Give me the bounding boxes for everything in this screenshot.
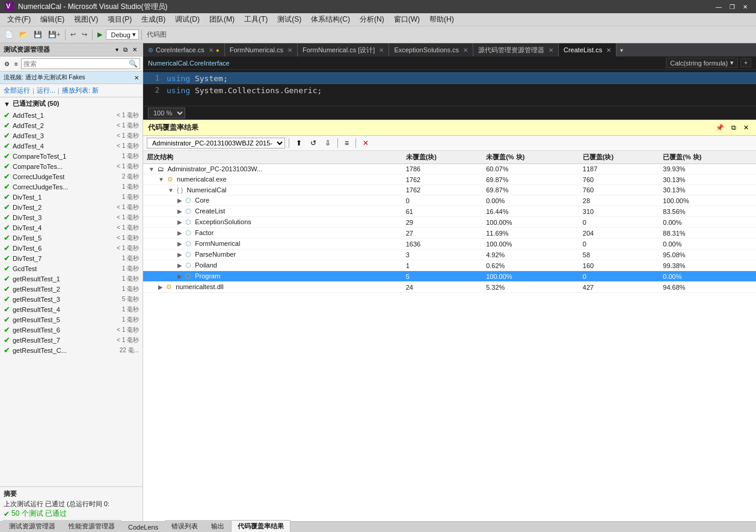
list-item[interactable]: ✔AddTest_4< 1 毫秒	[0, 141, 143, 151]
list-item[interactable]: ✔DivTest_4< 1 毫秒	[0, 222, 143, 233]
tab-test-explorer[interactable]: 测试资源管理器	[2, 520, 62, 532]
menu-analyze[interactable]: 分析(N)	[355, 13, 389, 26]
coverage-filter-button[interactable]: ≡	[342, 138, 352, 148]
list-item[interactable]: ✔getResultTest_6< 1 毫秒	[0, 325, 143, 335]
expand-icon[interactable]: ▼	[158, 176, 164, 183]
list-item[interactable]: ✔getResultTest_C...22 毫...	[0, 345, 143, 355]
tab-codelens[interactable]: CodeLens	[121, 522, 165, 532]
expand-icon[interactable]: ▼	[149, 166, 155, 173]
tab-close-icon[interactable]: ✕	[209, 47, 214, 54]
save-button[interactable]: 💾	[31, 29, 45, 40]
menu-project[interactable]: 项目(P)	[103, 13, 137, 26]
table-row[interactable]: ▶ ⬡ FormNumerical 1636 100.00% 0 0.00%	[143, 239, 756, 249]
panel-float-button[interactable]: ⧉	[121, 46, 129, 54]
run-all-link[interactable]: 全部运行	[4, 86, 30, 95]
table-row[interactable]: ▼ 🗂 Administrator_PC-20131003W... 1786 6…	[143, 164, 756, 174]
expand-icon[interactable]: ▼	[168, 187, 174, 194]
list-item[interactable]: ✔AddTest_2< 1 毫秒	[0, 120, 143, 130]
table-row[interactable]: ▶ ⬡ CreateList 61 16.44% 310 83.56%	[143, 206, 756, 217]
menu-build[interactable]: 生成(B)	[137, 13, 170, 26]
coverage-delete-button[interactable]: ✕	[360, 138, 372, 148]
playlist-link[interactable]: 播放列表: 新	[62, 86, 99, 95]
tab-coverage-results[interactable]: 代码覆盖率结果	[231, 520, 290, 532]
menu-help[interactable]: 帮助(H)	[425, 13, 459, 26]
table-row[interactable]: ▶ ⬡ Factor 27 11.69% 204 88.31%	[143, 228, 756, 239]
tab-exceptionsolutions[interactable]: ExceptionSolutions.cs ✕	[389, 43, 473, 57]
menu-debug[interactable]: 调试(D)	[170, 13, 204, 26]
list-item[interactable]: ✔GcdTest1 毫秒	[0, 263, 143, 274]
list-item[interactable]: ✔DivTest_3< 1 毫秒	[0, 212, 143, 222]
open-button[interactable]: 📂	[17, 29, 30, 40]
tab-close-icon[interactable]: ✕	[379, 47, 384, 54]
list-item[interactable]: ✔DivTest_71 毫秒	[0, 253, 143, 263]
test-icon-button-1[interactable]: ⚙	[2, 60, 11, 69]
list-item[interactable]: ✔getResultTest_21 毫秒	[0, 284, 143, 294]
tab-close-icon[interactable]: ✕	[287, 47, 292, 54]
tab-output[interactable]: 输出	[204, 520, 231, 532]
table-row[interactable]: ▶ ⬡ Core 0 0.00% 28 100.00%	[143, 195, 756, 206]
expand-icon[interactable]: ▶	[177, 197, 182, 204]
table-row-selected[interactable]: ▶ ⬡ Program 5 100.00% 0 0.00%	[143, 271, 756, 282]
panel-menu-button[interactable]: ▾	[114, 46, 120, 54]
coverage-session-dropdown[interactable]: Administrator_PC-20131003WBJZ 2015-	[147, 138, 285, 148]
tab-close-icon[interactable]: ✕	[606, 47, 611, 54]
panel-close-button[interactable]: ✕	[131, 46, 139, 54]
expand-icon[interactable]: ▶	[177, 251, 182, 258]
list-item[interactable]: ✔AddTest_1< 1 毫秒	[0, 110, 143, 120]
tab-formnumerical-design[interactable]: FormNumerical.cs [设计] ✕	[298, 43, 389, 57]
run-button[interactable]: ▶	[95, 29, 105, 40]
tab-overflow-button[interactable]: ▾	[616, 43, 627, 57]
list-item[interactable]: ✔DivTest_5< 1 毫秒	[0, 233, 143, 243]
table-row[interactable]: ▶ ⬡ ParseNumber 3 4.92% 58 95.08%	[143, 249, 756, 260]
coverage-collapse-button[interactable]: ⇩	[322, 138, 334, 148]
menu-test[interactable]: 测试(S)	[272, 13, 306, 26]
expand-icon[interactable]: ▶	[158, 284, 163, 290]
coverage-close-button[interactable]: ✕	[741, 123, 751, 133]
tab-formnumerical[interactable]: FormNumerical.cs ✕	[225, 43, 298, 57]
list-item[interactable]: ✔CompareToTest_11 毫秒	[0, 151, 143, 161]
test-icon-button-2[interactable]: ≡	[13, 60, 20, 69]
codemap-button[interactable]: 代码图	[144, 29, 169, 40]
menu-arch[interactable]: 体系结构(C)	[306, 13, 355, 26]
coverage-float-button[interactable]: ⧉	[729, 123, 739, 133]
minimize-button[interactable]: —	[713, 1, 725, 12]
run-link[interactable]: 运行...	[37, 86, 55, 95]
breadcrumb-method-nav[interactable]: Calc(string formula) ▾	[666, 58, 738, 68]
coverage-export-button[interactable]: ⬆	[293, 138, 305, 148]
expand-icon[interactable]: ▶	[177, 273, 182, 280]
undo-button[interactable]: ↩	[68, 29, 78, 40]
expand-arrow[interactable]: ▼	[4, 100, 10, 108]
table-row[interactable]: ▼ { } NumericalCal 1762 69.87% 760 30.13…	[143, 185, 756, 195]
expand-icon[interactable]: ▶	[177, 240, 182, 247]
expand-icon[interactable]: ▶	[177, 262, 182, 269]
debug-mode-dropdown[interactable]: Debug ▾	[106, 29, 138, 40]
menu-window[interactable]: 窗口(W)	[389, 13, 425, 26]
list-item[interactable]: ✔CorrectJudgeTest2 毫秒	[0, 171, 143, 182]
tab-source-control[interactable]: 源代码管理资源管理器 ✕	[473, 43, 559, 57]
add-code-button[interactable]: +	[740, 58, 751, 67]
table-row[interactable]: ▶ ⬡ ExceptionSolutions 29 100.00% 0 0.00…	[143, 217, 756, 228]
close-button[interactable]: ✕	[739, 1, 751, 12]
menu-edit[interactable]: 编辑(E)	[35, 13, 69, 26]
menu-team[interactable]: 团队(M)	[204, 13, 239, 26]
list-item[interactable]: ✔CorrectJudgeTes...1 毫秒	[0, 182, 143, 192]
search-input[interactable]	[23, 60, 129, 67]
list-item[interactable]: ✔getResultTest_11 毫秒	[0, 274, 143, 284]
menu-tools[interactable]: 工具(T)	[239, 13, 272, 26]
tab-close-icon[interactable]: ✕	[463, 47, 468, 54]
new-project-button[interactable]: 📄	[2, 29, 16, 40]
expand-icon[interactable]: ▶	[177, 230, 182, 236]
expand-icon[interactable]: ▶	[177, 208, 182, 215]
list-item[interactable]: ✔getResultTest_51 毫秒	[0, 314, 143, 325]
table-row[interactable]: ▼ ⚙ numericalcal.exe 1762 69.87% 760 30.…	[143, 174, 756, 185]
menu-file[interactable]: 文件(F)	[2, 13, 35, 26]
zoom-select[interactable]: 100 % 75 % 150 %	[148, 108, 185, 118]
coverage-refresh-button[interactable]: ↺	[307, 138, 319, 148]
menu-view[interactable]: 视图(V)	[69, 13, 103, 26]
list-item[interactable]: ✔getResultTest_7< 1 毫秒	[0, 335, 143, 345]
tab-perf-explorer[interactable]: 性能资源管理器	[62, 520, 121, 532]
tab-createlist[interactable]: CreateList.cs ✕	[559, 43, 616, 57]
tab-coreinterface[interactable]: ⚙ CoreInterface.cs ✕ ●	[143, 43, 225, 57]
list-item[interactable]: ✔DivTest_11 毫秒	[0, 192, 143, 202]
window-controls[interactable]: — ❐ ✕	[713, 1, 751, 12]
